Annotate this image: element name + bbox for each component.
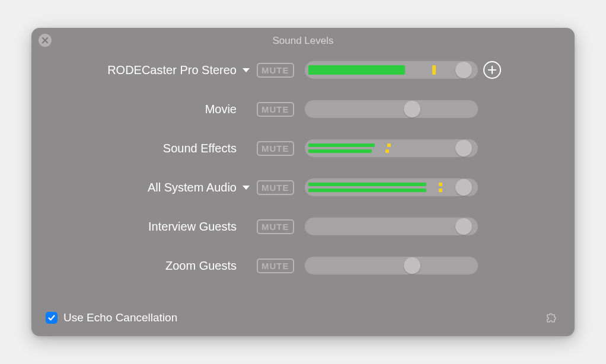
slider-thumb[interactable] bbox=[455, 218, 472, 235]
mute-button[interactable]: MUTE bbox=[257, 219, 294, 234]
meter-bar bbox=[308, 143, 460, 147]
source-row: Sound EffectsMUTE bbox=[49, 138, 557, 158]
mute-button[interactable]: MUTE bbox=[257, 180, 294, 195]
source-label-cell: Interview Guests bbox=[49, 220, 257, 234]
meter-peak bbox=[439, 183, 442, 186]
panel-title: Sound Levels bbox=[31, 35, 575, 47]
mute-button[interactable]: MUTE bbox=[257, 63, 294, 78]
mute-button[interactable]: MUTE bbox=[257, 102, 294, 117]
puzzle-icon bbox=[544, 310, 559, 325]
meter-bars bbox=[308, 63, 460, 76]
source-label: Movie bbox=[205, 103, 237, 116]
meter-peak bbox=[439, 189, 442, 192]
echo-cancellation-checkbox[interactable]: Use Echo Cancellation bbox=[46, 311, 177, 324]
meter-bar bbox=[308, 65, 460, 75]
close-icon bbox=[42, 37, 49, 44]
source-rows: RODECaster Pro StereoMUTEMovieMUTESound … bbox=[31, 60, 575, 276]
slider-thumb[interactable] bbox=[455, 179, 472, 196]
source-label-cell: Zoom Guests bbox=[49, 259, 257, 273]
source-label-cell[interactable]: RODECaster Pro Stereo bbox=[49, 63, 257, 77]
spacer bbox=[243, 107, 250, 111]
panel-footer: Use Echo Cancellation bbox=[46, 309, 560, 327]
level-slider[interactable] bbox=[305, 178, 478, 196]
source-label: RODECaster Pro Stereo bbox=[107, 63, 237, 77]
slider-thumb[interactable] bbox=[404, 101, 420, 117]
mute-button[interactable]: MUTE bbox=[257, 141, 294, 156]
source-label: Zoom Guests bbox=[165, 259, 237, 273]
add-cell bbox=[478, 61, 506, 79]
extensions-button[interactable] bbox=[543, 309, 560, 327]
level-slider[interactable] bbox=[305, 139, 478, 157]
spacer bbox=[243, 264, 250, 268]
source-label-cell[interactable]: All System Audio bbox=[49, 181, 257, 194]
source-label: All System Audio bbox=[148, 181, 237, 194]
source-label-cell: Movie bbox=[49, 103, 257, 116]
sound-levels-panel: Sound Levels RODECaster Pro StereoMUTEMo… bbox=[31, 28, 575, 336]
source-label-cell: Sound Effects bbox=[49, 142, 257, 155]
plus-icon bbox=[487, 65, 497, 75]
source-row: MovieMUTE bbox=[49, 99, 557, 119]
mute-button[interactable]: MUTE bbox=[257, 258, 294, 273]
source-row: All System AudioMUTE bbox=[49, 177, 557, 197]
slider-thumb[interactable] bbox=[455, 62, 472, 78]
slider-thumb[interactable] bbox=[404, 257, 420, 274]
meter-fill bbox=[308, 189, 427, 192]
level-slider[interactable] bbox=[305, 61, 478, 79]
chevron-down-icon bbox=[243, 68, 250, 72]
chevron-down-icon bbox=[243, 186, 250, 190]
spacer bbox=[243, 146, 250, 151]
meter-bar bbox=[308, 189, 460, 192]
source-label: Sound Effects bbox=[163, 142, 237, 155]
slider-thumb[interactable] bbox=[455, 140, 472, 157]
meter-fill bbox=[308, 65, 406, 75]
level-slider[interactable] bbox=[305, 218, 478, 235]
meter-peak bbox=[385, 149, 389, 153]
source-row: Zoom GuestsMUTE bbox=[49, 256, 557, 276]
meter-fill bbox=[308, 149, 372, 153]
level-slider[interactable] bbox=[305, 257, 478, 274]
meter-bar bbox=[308, 149, 460, 153]
echo-cancellation-label: Use Echo Cancellation bbox=[63, 311, 177, 324]
add-source-button[interactable] bbox=[483, 61, 501, 79]
close-button[interactable] bbox=[39, 34, 52, 47]
spacer bbox=[243, 225, 250, 229]
meter-bars bbox=[308, 142, 460, 155]
checkmark-icon bbox=[47, 314, 56, 322]
source-label: Interview Guests bbox=[148, 220, 237, 234]
meter-fill bbox=[308, 183, 427, 186]
meter-peak bbox=[432, 65, 436, 75]
checkbox-box bbox=[46, 312, 58, 324]
level-slider[interactable] bbox=[305, 100, 478, 118]
source-row: RODECaster Pro StereoMUTE bbox=[49, 60, 557, 80]
source-row: Interview GuestsMUTE bbox=[49, 216, 557, 237]
meter-peak bbox=[387, 143, 391, 147]
meter-bars bbox=[308, 181, 460, 194]
meter-fill bbox=[308, 143, 375, 147]
meter-bar bbox=[308, 183, 460, 186]
